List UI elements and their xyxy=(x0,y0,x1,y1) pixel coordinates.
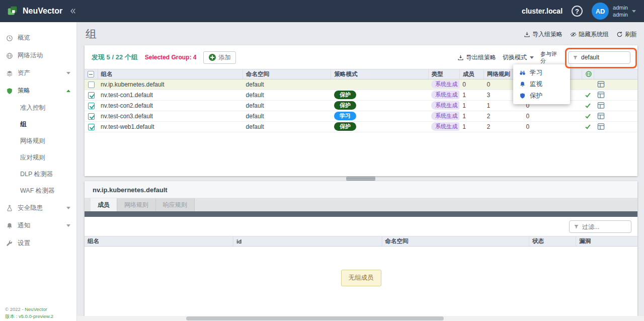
type-badge: 系统生成 xyxy=(431,91,459,99)
menu-item-learn[interactable]: 学习 xyxy=(513,67,570,78)
policy-mode-badge: 学习 xyxy=(334,112,356,120)
group-detail-panel: nv.ip.kubernetes.default 成员 网络规则 响应规则 组名… xyxy=(85,181,637,321)
group-policy-mode: 学习 xyxy=(331,111,428,121)
check-icon xyxy=(586,113,591,118)
group-namespace: default xyxy=(243,79,331,90)
report-icon[interactable] xyxy=(597,112,605,120)
funnel-icon xyxy=(574,224,579,229)
tab-network-rules[interactable]: 网络规则 xyxy=(117,198,156,211)
sidebar-item-policy[interactable]: 策略 xyxy=(0,82,76,100)
sidebar-label: 通知 xyxy=(18,221,30,230)
col-header-status[interactable]: 状态 xyxy=(529,236,576,247)
groups-filter-input[interactable] xyxy=(581,54,626,61)
members-table-header: 组名 id 命名空间 状态 漏洞 xyxy=(85,236,637,247)
col-header-members[interactable]: 成员 xyxy=(459,69,484,79)
report-icon[interactable] xyxy=(597,91,605,99)
switch-mode-dropdown[interactable]: 切换模式 xyxy=(503,53,534,62)
avatar[interactable]: AD xyxy=(592,3,609,20)
neuvector-link[interactable]: NeuVector xyxy=(25,306,47,312)
chevron-down-icon xyxy=(66,207,70,209)
col-header-vulnerabilities[interactable]: 漏洞 xyxy=(576,236,637,247)
group-row[interactable]: nv.test-web1.defaultdefault保护系统生成120 xyxy=(85,121,637,132)
sidebar-item-waf-sensors[interactable]: WAF 检测器 xyxy=(0,183,76,199)
group-members: 1 xyxy=(459,121,484,132)
group-network-rules: 2 xyxy=(484,111,523,121)
members-filter-input[interactable] xyxy=(582,223,627,230)
horizontal-scrollbar xyxy=(77,316,644,321)
import-group-policy-button[interactable]: 导入组策略 xyxy=(524,30,562,39)
sidebar-item-security-risks[interactable]: 安全隐患 xyxy=(0,199,76,217)
scrollbar-thumb[interactable] xyxy=(186,316,444,320)
hide-system-groups-button[interactable]: 隐藏系统组 xyxy=(570,30,609,39)
sidebar-item-notifications[interactable]: 通知 xyxy=(0,217,76,234)
group-name: nv.ip.kubernetes.default xyxy=(98,79,243,90)
sidebar-item-network-activity[interactable]: 网络活动 xyxy=(0,47,76,64)
report-icon[interactable] xyxy=(597,81,605,88)
policy-mode-badge: 保护 xyxy=(334,101,356,110)
sidebar-collapse-icon[interactable] xyxy=(69,8,76,15)
group-report-cell[interactable] xyxy=(594,90,637,100)
group-report-cell[interactable] xyxy=(594,111,637,121)
report-icon[interactable] xyxy=(597,102,605,109)
add-group-button[interactable]: 添加 xyxy=(203,51,236,64)
group-scanned xyxy=(582,100,594,111)
plus-icon xyxy=(209,54,216,61)
splitter-handle[interactable] xyxy=(346,177,375,181)
group-response-rules: 0 xyxy=(523,121,561,132)
report-icon[interactable] xyxy=(597,123,605,130)
chevron-down-icon xyxy=(66,72,70,74)
row-checkbox[interactable] xyxy=(88,103,95,109)
row-checkbox[interactable] xyxy=(88,124,95,130)
export-group-policy-button[interactable]: 导出组策略 xyxy=(457,53,496,62)
group-name: nv.test-con3.default xyxy=(98,111,243,121)
col-header-member-name[interactable]: 组名 xyxy=(85,236,233,247)
group-scanned xyxy=(582,79,594,90)
group-namespace: default xyxy=(243,100,331,111)
group-report-cell[interactable] xyxy=(594,100,637,111)
group-report-cell[interactable] xyxy=(594,121,637,132)
sidebar-label: 安全隐患 xyxy=(18,204,43,212)
groups-filter xyxy=(568,51,630,64)
sidebar-item-response-rules[interactable]: 应对规则 xyxy=(0,149,76,166)
group-name: nv.test-con2.default xyxy=(98,100,243,111)
tab-members[interactable]: 成员 xyxy=(91,198,117,211)
row-checkbox[interactable] xyxy=(88,113,95,120)
col-header-namespace[interactable]: 命名空间 xyxy=(243,69,331,79)
page-title: 组 xyxy=(86,27,97,42)
sidebar-item-network-rules[interactable]: 网络规则 xyxy=(0,133,76,149)
chevron-down-icon xyxy=(632,10,636,13)
chevron-up-icon xyxy=(66,90,70,92)
tab-response-rules[interactable]: 响应规则 xyxy=(156,198,195,211)
sidebar-footer: © 2022 - NeuVector 版本 : v5.0.0-preview.2 xyxy=(5,306,53,320)
col-header-member-namespace[interactable]: 命名空间 xyxy=(382,236,529,247)
group-report-cell[interactable] xyxy=(594,79,637,90)
sidebar-item-assets[interactable]: 资产 xyxy=(0,64,76,82)
select-all-checkbox[interactable] xyxy=(88,71,94,77)
help-button[interactable]: ? xyxy=(572,6,583,17)
sidebar-item-overview[interactable]: 概览 xyxy=(0,29,76,47)
col-header-policy-mode[interactable]: 策略模式 xyxy=(331,69,428,79)
group-row[interactable]: nv.test-con3.defaultdefault学习系统生成120 xyxy=(85,111,637,121)
group-network-rules: 2 xyxy=(484,121,523,132)
feedback-link[interactable]: 参与评分 xyxy=(540,50,561,65)
row-checkbox[interactable] xyxy=(88,82,95,88)
type-badge: 系统生成 xyxy=(431,80,459,89)
user-menu[interactable]: AD admin admin xyxy=(592,3,636,20)
col-header-id[interactable]: id xyxy=(233,236,382,247)
detail-panel-title: nv.ip.kubernetes.default xyxy=(85,181,637,198)
layers-icon xyxy=(6,70,13,77)
sidebar-item-settings[interactable]: 设置 xyxy=(0,234,76,252)
group-policy-mode: 保护 xyxy=(331,90,428,100)
menu-item-protect[interactable]: 保护 xyxy=(513,90,570,102)
discovered-count: 发现 5 / 22 个组 xyxy=(92,53,138,62)
globe-icon xyxy=(585,70,592,77)
menu-item-monitor[interactable]: 监视 xyxy=(513,78,570,90)
sidebar-item-admission-control[interactable]: 准入控制 xyxy=(0,100,76,116)
sidebar-item-groups[interactable]: 组 xyxy=(0,116,76,133)
refresh-button[interactable]: 刷新 xyxy=(616,30,637,39)
sidebar-item-dlp-sensors[interactable]: DLP 检测器 xyxy=(0,166,76,183)
col-header-name[interactable]: 组名 xyxy=(98,69,243,79)
group-namespace: default xyxy=(243,111,331,121)
row-checkbox[interactable] xyxy=(88,92,95,99)
col-header-type[interactable]: 类型 xyxy=(428,69,459,79)
